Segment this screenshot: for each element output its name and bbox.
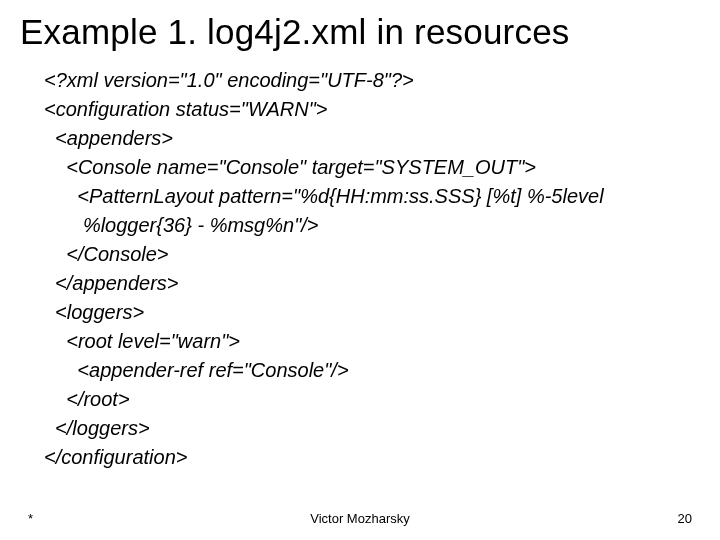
code-line: </loggers> [44,414,720,443]
slide-title: Example 1. log4j2.xml in resources [0,0,720,52]
code-line: </appenders> [44,269,720,298]
code-line: </root> [44,385,720,414]
code-line: </configuration> [44,443,720,472]
code-line: <Console name="Console" target="SYSTEM_O… [44,153,720,182]
code-line: <appenders> [44,124,720,153]
code-block: <?xml version="1.0" encoding="UTF-8"?> <… [0,52,720,472]
code-line: %logger{36} - %msg%n"/> [44,211,720,240]
footer-center: Victor Mozharsky [0,511,720,526]
slide: Example 1. log4j2.xml in resources <?xml… [0,0,720,540]
footer-right: 20 [678,511,692,526]
code-line: <appender-ref ref="Console"/> [44,356,720,385]
code-line: <configuration status="WARN"> [44,95,720,124]
code-line: <loggers> [44,298,720,327]
code-line: <root level="warn"> [44,327,720,356]
code-line: </Console> [44,240,720,269]
code-line: <PatternLayout pattern="%d{HH:mm:ss.SSS}… [44,182,720,211]
code-line: <?xml version="1.0" encoding="UTF-8"?> [44,66,720,95]
